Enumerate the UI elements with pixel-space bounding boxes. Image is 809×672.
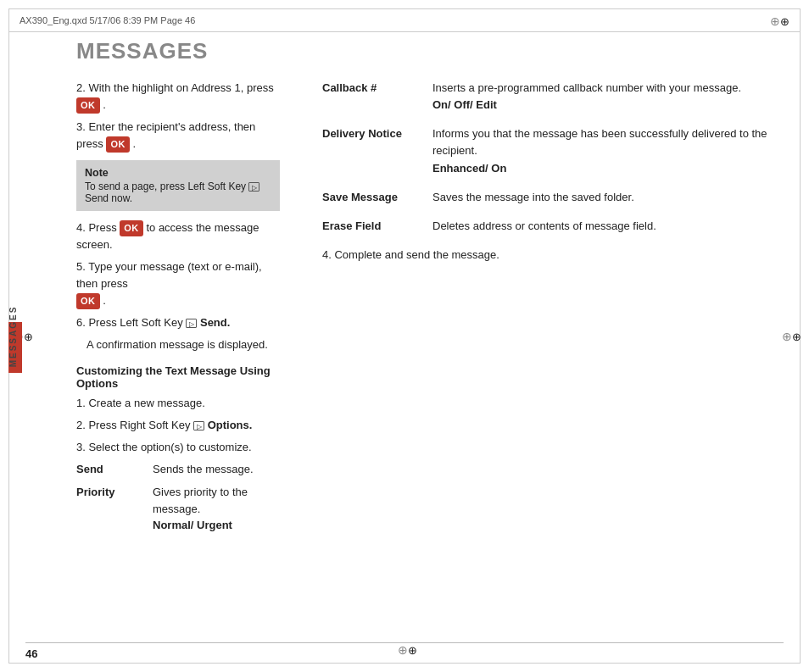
- page-title: MESSAGES: [76, 38, 784, 64]
- sidebar-label: MESSAGES: [8, 305, 18, 367]
- def-row-erase: Erase Field Deletes address or contents …: [322, 218, 784, 235]
- line6c-text: A confirmation message is displayed.: [86, 338, 268, 351]
- section-heading-text: Customizing the Text Message Using Optio…: [76, 364, 271, 390]
- line4-text: 4. Press: [76, 221, 120, 234]
- ok-button-1: OK: [76, 97, 100, 114]
- header-text: AX390_Eng.qxd 5/17/06 8:39 PM Page 46: [20, 15, 195, 25]
- crosshair-right-mid: ⊕: [782, 330, 795, 343]
- ok-button-3: OK: [120, 220, 143, 236]
- line-press-send: 6. Press Left Soft Key ▷ Send.: [76, 314, 280, 331]
- ok-button-2: OK: [106, 136, 130, 153]
- page-number: 46: [25, 647, 37, 660]
- step2b-text: Options.: [208, 419, 253, 431]
- note-label: Note: [85, 167, 271, 179]
- bottom-line-text: 4. Complete and send the message.: [322, 247, 784, 264]
- def-term-delivery: Delivery Notice: [322, 125, 432, 176]
- bottom-line: [25, 642, 784, 643]
- note-content: To send a page, press Left Soft Key ▷ Se…: [85, 180, 259, 204]
- main-content: MESSAGES 2. With the highlight on Addres…: [25, 38, 784, 638]
- option-row-priority: Priority Gives priority to the message.N…: [76, 484, 280, 534]
- step3-text: 3. Select the option(s) to customize.: [76, 439, 280, 456]
- right-soft-key-icon: ▷: [193, 421, 204, 430]
- line-press-ok: 4. Press OK to access the message screen…: [76, 219, 280, 253]
- def-term-save: Save Message: [322, 189, 432, 206]
- option-def-send: Sends the message.: [153, 461, 280, 478]
- line5-period: .: [103, 294, 106, 307]
- def-row-save: Save Message Saves the message into the …: [322, 189, 784, 206]
- send-icon-line6: ▷: [186, 319, 197, 328]
- send-icon-note: ▷: [248, 182, 259, 192]
- step1-text: 1. Create a new message.: [76, 395, 280, 412]
- priority-sub: Normal/ Urgent: [153, 519, 232, 531]
- options-table: Send Sends the message. Priority Gives p…: [76, 461, 280, 534]
- definitions-table: Callback # Inserts a pre-programmed call…: [322, 80, 784, 235]
- crosshair-bottom-center: ⊕: [398, 643, 411, 657]
- step2a-text: 2. Press Right Soft Key: [76, 419, 193, 431]
- left-column: 2. With the highlight on Address 1, pres…: [25, 80, 297, 638]
- option-term-priority: Priority: [76, 484, 153, 534]
- def-row-callback: Callback # Inserts a pre-programmed call…: [322, 80, 784, 114]
- delivery-sub: Enhanced/ On: [432, 162, 506, 175]
- line5a-text: 5. Type your message (text or e-mail), t…: [76, 260, 262, 290]
- def-desc-delivery: Informs you that the message has been su…: [432, 125, 784, 176]
- section-heading: Customizing the Text Message Using Optio…: [76, 364, 280, 390]
- def-desc-save: Saves the message into the saved folder.: [432, 189, 784, 206]
- option-term-send: Send: [76, 461, 153, 478]
- line2-period: .: [133, 137, 137, 150]
- def-desc-erase: Deletes address or contents of message f…: [432, 218, 784, 235]
- line-type-message: 5. Type your message (text or e-mail), t…: [76, 258, 280, 309]
- header-bar: AX390_Eng.qxd 5/17/06 8:39 PM Page 46: [8, 8, 801, 32]
- step2-text: 2. Press Right Soft Key ▷ Options.: [76, 417, 280, 434]
- line1-text: 2. With the highlight on Address 1, pres…: [76, 81, 274, 94]
- def-row-delivery: Delivery Notice Informs you that the mes…: [322, 125, 784, 176]
- note-box: Note To send a page, press Left Soft Key…: [76, 160, 280, 211]
- ok-button-4: OK: [76, 293, 100, 309]
- line-with-highlight: 2. With the highlight on Address 1, pres…: [76, 80, 280, 114]
- crosshair-top-right: ⊕: [770, 14, 784, 28]
- def-term-callback: Callback #: [322, 80, 432, 114]
- line6a-text: 6. Press Left Soft Key: [76, 316, 186, 329]
- option-row-send: Send Sends the message.: [76, 461, 280, 478]
- line-recipient: 3. Enter the recipient's address, then p…: [76, 119, 280, 153]
- option-def-priority: Gives priority to the message.Normal/ Ur…: [153, 484, 280, 534]
- two-column-layout: 2. With the highlight on Address 1, pres…: [25, 80, 784, 638]
- callback-sub: On/ Off/ Edit: [432, 98, 497, 111]
- line2-text: 3. Enter the recipient's address, then p…: [76, 120, 255, 150]
- def-term-erase: Erase Field: [322, 218, 432, 235]
- line6b-text: Send.: [200, 316, 230, 329]
- def-desc-callback: Inserts a pre-programmed callback number…: [432, 80, 784, 114]
- right-column: Callback # Inserts a pre-programmed call…: [297, 80, 784, 638]
- confirmation-text: A confirmation message is displayed.: [76, 336, 280, 353]
- line1-period: .: [103, 98, 106, 111]
